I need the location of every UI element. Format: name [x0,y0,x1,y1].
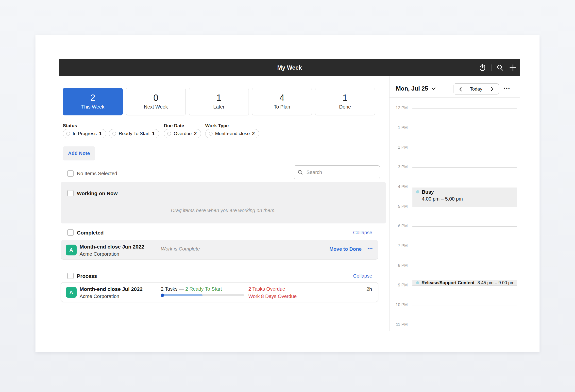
hour-line [412,305,517,305]
tasks-summary: 2 Tasks —2 Ready To Start [161,286,222,292]
next-day-button[interactable] [485,84,499,94]
status-filter-label: Status [63,123,77,129]
process-section-title: Process [77,273,97,279]
calendar-event-busy[interactable]: Busy 4:00 pm – 5:00 pm [412,188,517,207]
avatar: A [66,245,77,255]
summary-card-next-week[interactable]: 0 Next Week [126,88,186,115]
work-item-title: Month-end close Jun 2022 [80,244,144,250]
card-label: Later [213,104,225,110]
calendar-event-release-support[interactable]: Release/Support Content 8:45 pm – 9:00 p… [412,280,517,285]
event-title: Busy [422,189,434,195]
event-time: 8:45 pm – 9:00 pm [478,280,514,285]
completed-checkbox[interactable] [67,229,74,236]
hour-label: 11 PM [389,322,408,327]
work-overdue-label: Work 8 Days Overdue [248,294,297,299]
hour-label: 1 PM [389,125,408,130]
circle-outline-icon [66,132,70,136]
hour-line [412,108,517,109]
summary-card-this-week[interactable]: 2 This Week [63,88,123,115]
hour-label: 8 PM [389,263,408,268]
hour-line [412,128,517,128]
summary-card-later[interactable]: 1 Later [189,88,249,115]
calendar-more-options-icon[interactable]: ••• [504,86,510,91]
avatar: A [66,287,77,298]
header-divider [491,65,491,71]
work-item-client: Acme Corporation [80,294,119,299]
header-actions [478,59,517,76]
hour-label: 3 PM [389,165,408,170]
hour-label: 9 PM [389,283,408,288]
more-options-icon[interactable]: ••• [368,246,373,251]
event-dot-icon [416,190,419,194]
add-note-button[interactable]: Add Note [63,146,95,160]
hour-line [412,167,517,168]
hour-line [412,266,517,266]
selection-status-label: No Items Selected [77,171,117,176]
app-header: My Week [59,59,520,76]
page-title: My Week [277,65,302,71]
circle-outline-icon [112,132,116,136]
card-count: 4 [279,93,284,102]
work-item-row-process[interactable]: A Month-end close Jul 2022 Acme Corporat… [61,282,378,302]
plus-icon[interactable] [509,64,517,72]
search-input[interactable] [306,169,376,175]
search-icon [297,169,303,175]
card-count: 1 [342,93,347,102]
card-count: 2 [90,93,95,102]
card-label: This Week [81,104,104,110]
search-box [294,165,380,179]
work-item-client: Acme Corporation [80,251,119,257]
progress-fill [161,294,202,296]
summary-card-done[interactable]: 1 Done [315,88,375,115]
completed-collapse-link[interactable]: Collapse [353,230,372,236]
working-on-now-checkbox[interactable] [67,190,74,196]
progress-bar [161,294,244,296]
hour-label: 5 PM [389,204,408,209]
hour-label: 12 PM [389,106,408,110]
event-time: 4:00 pm – 5:00 pm [422,196,463,202]
hour-line [412,187,517,187]
hour-label: 6 PM [389,224,408,229]
work-type-filter-label: Work Type [205,123,229,129]
prev-day-button[interactable] [454,84,467,94]
chevron-down-icon [431,87,436,90]
work-item-title: Month-end close Jul 2022 [80,286,143,292]
process-collapse-link[interactable]: Collapse [353,273,372,279]
calendar-divider [389,76,389,331]
ready-to-start-count: 2 Ready To Start [185,286,222,292]
card-label: To Plan [274,104,290,110]
circle-outline-icon [209,132,213,136]
summary-card-to-plan[interactable]: 4 To Plan [252,88,312,115]
filter-chip-ready-to-start[interactable]: Ready To Start 1 [109,129,159,138]
working-on-now-dropzone[interactable]: Drag items here when you are working on … [61,182,386,223]
hour-line [412,207,517,207]
event-title: Release/Support Content [422,280,475,285]
filter-chip-overdue[interactable]: Overdue 2 [164,129,201,138]
today-button[interactable]: Today [467,84,485,94]
due-date-filter-label: Due Date [164,123,184,129]
event-dot-icon [416,281,419,284]
process-checkbox[interactable] [67,273,74,279]
hour-line [412,325,517,325]
calendar-date-dropdown[interactable]: Mon, Jul 25 [396,85,436,92]
working-on-now-title: Working on Now [77,191,118,196]
completed-section-title: Completed [77,230,104,236]
select-all-checkbox[interactable] [67,170,74,177]
progress-knob [161,294,164,297]
chevron-left-icon [459,87,462,91]
work-item-row-completed[interactable]: A Month-end close Jun 2022 Acme Corporat… [61,240,378,260]
move-to-done-button[interactable]: Move to Done [329,246,362,252]
filter-chip-in-progress[interactable]: In Progress 1 [63,129,106,138]
calendar-header-separator [389,97,520,98]
hour-line [412,148,517,148]
tasks-count: 2 Tasks — [161,286,184,292]
page-background: My Week 2 This Week 0 Next Week [0,0,575,392]
timer-icon[interactable] [478,64,487,72]
filter-chip-month-end-close[interactable]: Month-end close 2 [205,129,259,138]
chevron-right-icon [490,87,493,91]
work-item-duration: 2h [367,286,372,292]
search-icon[interactable] [496,64,504,72]
calendar-nav-group: Today [454,84,499,94]
drag-hint-text: Drag items here when you are working on … [61,208,386,213]
work-item-status-note: Work is Complete [161,246,200,252]
